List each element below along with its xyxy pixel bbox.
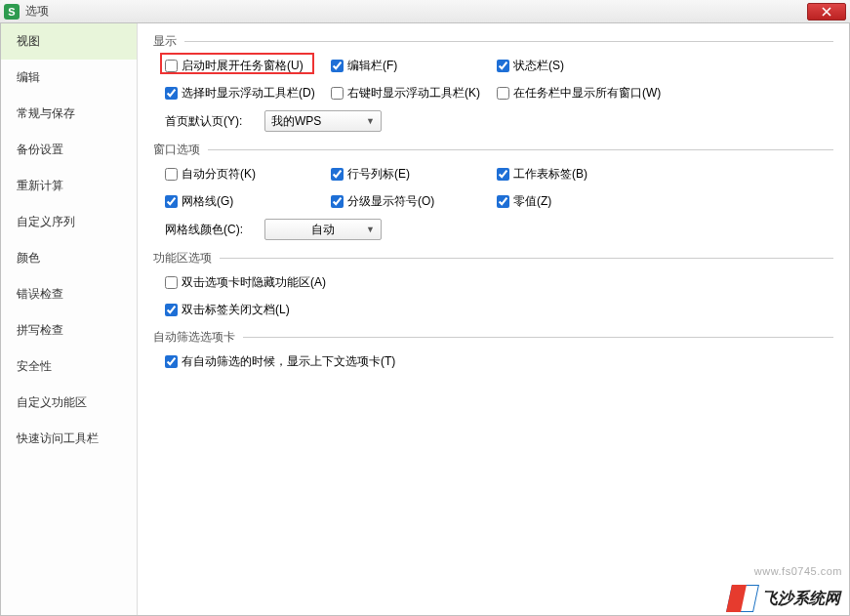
sidebar-item-0[interactable]: 视图	[1, 23, 137, 60]
checkbox-label: 双击标签关闭文档(L)	[182, 302, 290, 318]
group-header-filter: 自动筛选选项卡	[153, 329, 833, 346]
checkbox-input[interactable]	[165, 60, 178, 72]
checkbox-label: 编辑栏(F)	[347, 58, 397, 74]
checkbox-label: 零值(Z)	[513, 193, 551, 210]
sidebar-item-5[interactable]: 自定义序列	[1, 204, 137, 240]
grid-color-label: 网格线颜色(C):	[165, 222, 257, 238]
group-window: 窗口选项 自动分页符(K) 行号列标(E) 工作表标签(B) 网格线(G) 分级…	[153, 142, 833, 240]
sidebar-item-7[interactable]: 错误检查	[1, 276, 137, 312]
default-page-label: 首页默认页(Y):	[165, 113, 257, 130]
titlebar: S 选项	[0, 0, 850, 23]
checkbox-startup-task-pane[interactable]: 启动时展开任务窗格(U)	[165, 58, 331, 74]
brand-logo: 飞沙系统网	[729, 585, 840, 612]
checkbox-input[interactable]	[165, 355, 178, 368]
checkbox-dbl-tab-hide[interactable]: 双击选项卡时隐藏功能区(A)	[165, 274, 326, 291]
checkbox-zero[interactable]: 零值(Z)	[497, 193, 672, 210]
sidebar-item-1[interactable]: 编辑	[1, 60, 137, 96]
divider	[220, 258, 833, 259]
checkbox-dbl-tab-close[interactable]: 双击标签关闭文档(L)	[165, 302, 290, 318]
checkbox-input[interactable]	[165, 168, 178, 181]
close-button[interactable]	[807, 3, 846, 21]
checkbox-input[interactable]	[497, 168, 509, 181]
checkbox-input[interactable]	[331, 195, 344, 208]
checkbox-label: 自动分页符(K)	[182, 166, 256, 183]
checkbox-input[interactable]	[165, 87, 178, 100]
checkbox-sheet-tabs[interactable]: 工作表标签(B)	[497, 166, 672, 183]
checkbox-page-break[interactable]: 自动分页符(K)	[165, 166, 331, 183]
dropdown-value: 我的WPS	[271, 113, 321, 130]
checkbox-label: 工作表标签(B)	[513, 166, 587, 183]
checkbox-label: 启动时展开任务窗格(U)	[182, 58, 304, 74]
sidebar-item-10[interactable]: 自定义功能区	[1, 385, 137, 421]
sidebar-item-2[interactable]: 常规与保存	[1, 96, 137, 132]
checkbox-show-context[interactable]: 有自动筛选的时候，显示上下文选项卡(T)	[165, 353, 395, 370]
group-title: 显示	[153, 33, 177, 50]
brand-text: 飞沙系统网	[762, 589, 840, 609]
sidebar-item-9[interactable]: 安全性	[1, 349, 137, 385]
checkbox-label: 有自动筛选的时候，显示上下文选项卡(T)	[182, 353, 395, 370]
checkbox-input[interactable]	[497, 195, 509, 208]
dropdown-value: 自动	[311, 222, 335, 238]
sidebar-item-11[interactable]: 快速访问工具栏	[1, 421, 137, 457]
checkbox-input[interactable]	[331, 60, 344, 72]
chevron-down-icon: ▼	[366, 225, 375, 234]
checkbox-float-select[interactable]: 选择时显示浮动工具栏(D)	[165, 85, 331, 102]
grid-color-dropdown[interactable]: 自动▼	[264, 219, 382, 240]
checkbox-input[interactable]	[165, 304, 178, 316]
checkbox-input[interactable]	[497, 87, 509, 100]
chevron-down-icon: ▼	[366, 116, 375, 126]
checkbox-label: 状态栏(S)	[513, 58, 564, 74]
window-title: 选项	[25, 3, 49, 20]
group-header-window: 窗口选项	[153, 142, 833, 158]
checkbox-taskbar-all[interactable]: 在任务栏中显示所有窗口(W)	[497, 85, 672, 102]
checkbox-input[interactable]	[165, 195, 178, 208]
checkbox-outline[interactable]: 分级显示符号(O)	[331, 193, 497, 210]
group-filter: 自动筛选选项卡 有自动筛选的时候，显示上下文选项卡(T)	[153, 329, 833, 371]
group-title: 自动筛选选项卡	[153, 329, 235, 346]
checkbox-input[interactable]	[331, 168, 344, 181]
checkbox-label: 网格线(G)	[182, 193, 233, 210]
brand-icon	[729, 585, 756, 612]
group-display: 显示 启动时展开任务窗格(U) 编辑栏(F) 状态栏(S) 选择时显示浮动工具栏…	[153, 33, 833, 132]
checkbox-gridlines[interactable]: 网格线(G)	[165, 193, 331, 210]
close-icon	[822, 7, 831, 17]
checkbox-label: 选择时显示浮动工具栏(D)	[182, 85, 315, 102]
checkbox-formula-bar[interactable]: 编辑栏(F)	[331, 58, 497, 74]
checkbox-input[interactable]	[497, 60, 509, 72]
sidebar-item-3[interactable]: 备份设置	[1, 132, 137, 168]
group-header-ribbon: 功能区选项	[153, 250, 833, 267]
checkbox-status-bar[interactable]: 状态栏(S)	[497, 58, 672, 74]
sidebar-item-4[interactable]: 重新计算	[1, 168, 137, 204]
checkbox-label: 行号列标(E)	[347, 166, 410, 183]
divider	[184, 41, 833, 42]
default-page-dropdown[interactable]: 我的WPS▼	[264, 110, 382, 132]
checkbox-input[interactable]	[165, 276, 178, 289]
sidebar-item-8[interactable]: 拼写检查	[1, 312, 137, 349]
checkbox-label: 右键时显示浮动工具栏(K)	[347, 85, 480, 102]
group-header-display: 显示	[153, 33, 833, 50]
sidebar: 视图编辑常规与保存备份设置重新计算自定义序列颜色错误检查拼写检查安全性自定义功能…	[1, 23, 138, 615]
checkbox-float-right[interactable]: 右键时显示浮动工具栏(K)	[331, 85, 497, 102]
checkbox-row-col-head[interactable]: 行号列标(E)	[331, 166, 497, 183]
checkbox-label: 分级显示符号(O)	[347, 193, 434, 210]
checkbox-input[interactable]	[331, 87, 344, 100]
checkbox-label: 双击选项卡时隐藏功能区(A)	[182, 274, 326, 291]
content-pane: 显示 启动时展开任务窗格(U) 编辑栏(F) 状态栏(S) 选择时显示浮动工具栏…	[138, 23, 849, 615]
main-area: 视图编辑常规与保存备份设置重新计算自定义序列颜色错误检查拼写检查安全性自定义功能…	[0, 23, 850, 616]
group-title: 窗口选项	[153, 142, 200, 158]
sidebar-item-6[interactable]: 颜色	[1, 240, 137, 276]
divider	[208, 149, 833, 150]
app-icon: S	[4, 4, 20, 20]
group-ribbon: 功能区选项 双击选项卡时隐藏功能区(A) 双击标签关闭文档(L)	[153, 250, 833, 319]
checkbox-label: 在任务栏中显示所有窗口(W)	[513, 85, 661, 102]
group-title: 功能区选项	[153, 250, 212, 267]
divider	[243, 337, 833, 338]
